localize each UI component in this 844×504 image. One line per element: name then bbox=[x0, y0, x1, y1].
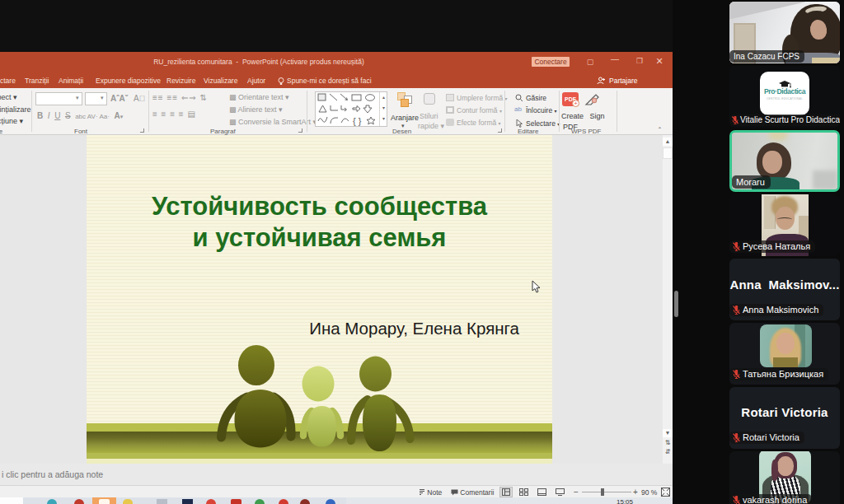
svg-text:{ }: { } bbox=[353, 116, 362, 126]
